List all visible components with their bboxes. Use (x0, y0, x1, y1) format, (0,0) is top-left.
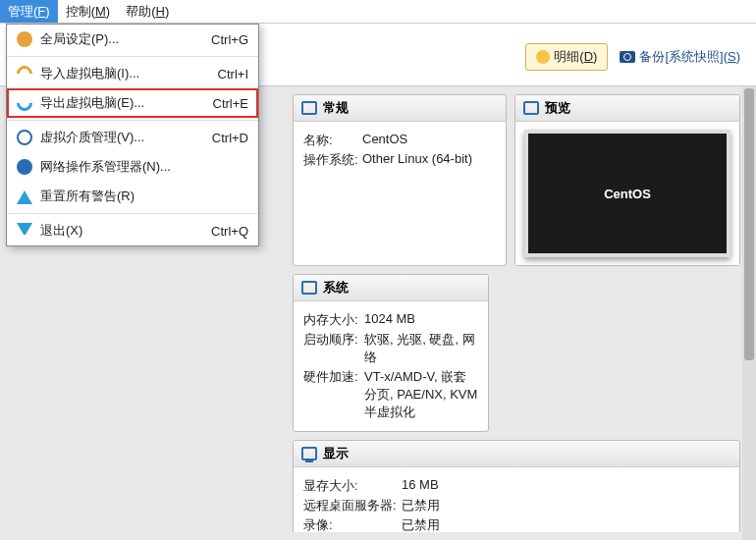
camera-icon (620, 51, 635, 63)
acc-value: VT-x/AMD-V, 嵌套分页, PAE/NX, KVM 半虚拟化 (364, 368, 478, 421)
scrollbar[interactable] (742, 86, 756, 540)
monitor-icon (301, 101, 317, 115)
menu-item-3[interactable]: 导出虚拟电脑(E)...Ctrl+E (7, 88, 258, 118)
general-title: 常规 (323, 99, 349, 117)
display-title: 显示 (323, 445, 349, 462)
net-icon (17, 159, 32, 175)
menu-file[interactable]: 管理(F) (0, 0, 58, 23)
snapshot-button[interactable]: 备份[系统快照](S) (620, 48, 740, 66)
preview-panel: 预览 CentOS (514, 94, 740, 266)
chip-icon (301, 281, 317, 295)
menu-item-2[interactable]: 导入虚拟电脑(I)...Ctrl+I (7, 59, 258, 88)
os-value: Other Linux (64-bit) (362, 151, 496, 169)
file-menu-dropdown: 全局设定(P)...Ctrl+G导入虚拟电脑(I)...Ctrl+I导出虚拟电脑… (6, 24, 259, 246)
display-icon (301, 447, 317, 460)
display-panel: 显示 显存大小:16 MB 远程桌面服务器:已禁用 录像:已禁用 (293, 440, 740, 532)
menu-item-label: 退出(X) (40, 222, 203, 240)
menu-item-9[interactable]: 退出(X)Ctrl+Q (7, 216, 258, 245)
gear-icon (17, 31, 32, 47)
menu-item-shortcut: Ctrl+Q (211, 224, 248, 239)
menu-item-7[interactable]: 重置所有警告(R) (7, 182, 258, 211)
menu-item-shortcut: Ctrl+G (211, 32, 248, 47)
menu-item-shortcut: Ctrl+I (218, 67, 248, 81)
rdp-label: 远程桌面服务器: (303, 497, 402, 514)
details-button[interactable]: 明细(D) (525, 43, 608, 71)
menu-item-label: 全局设定(P)... (40, 30, 203, 48)
preview-title: 预览 (545, 99, 570, 117)
menubar: 管理(F) 控制(M) 帮助(H) (0, 0, 756, 24)
arc2-icon (14, 92, 36, 115)
disc-icon (17, 130, 32, 145)
warn-icon (17, 189, 32, 204)
menu-item-0[interactable]: 全局设定(P)...Ctrl+G (7, 25, 258, 54)
menu-item-6[interactable]: 网络操作系管理器(N)... (7, 152, 258, 182)
menu-help[interactable]: 帮助(H) (118, 0, 177, 23)
monitor-icon (523, 101, 539, 115)
system-title: 系统 (323, 279, 349, 297)
acc-label: 硬件加速: (303, 368, 364, 421)
boot-label: 启动顺序: (303, 331, 364, 366)
arc-icon (14, 63, 36, 85)
mem-label: 内存大小: (303, 311, 364, 329)
details-icon (536, 50, 550, 64)
menu-item-label: 网络操作系管理器(N)... (40, 158, 241, 176)
name-value: CentOS (362, 132, 496, 149)
rec-label: 录像: (303, 516, 402, 532)
menu-item-shortcut: Ctrl+D (212, 131, 248, 145)
os-label: 操作系统: (303, 151, 362, 169)
rec-value: 已禁用 (402, 516, 729, 532)
menu-item-5[interactable]: 虚拟介质管理(V)...Ctrl+D (7, 123, 258, 152)
preview-screen: CentOS (524, 130, 730, 257)
menu-item-label: 虚拟介质管理(V)... (40, 129, 204, 146)
menu-item-label: 导出虚拟电脑(E)... (40, 94, 205, 112)
mem-value: 1024 MB (364, 311, 478, 329)
menu-item-label: 导入虚拟电脑(I)... (40, 65, 210, 82)
menu-control[interactable]: 控制(M) (58, 0, 119, 23)
system-panel: 系统 内存大小:1024 MB 启动顺序:软驱, 光驱, 硬盘, 网络 硬件加速… (293, 274, 489, 432)
general-panel: 常规 名称:CentOS 操作系统:Other Linux (64-bit) (293, 94, 507, 266)
menu-item-label: 重置所有警告(R) (40, 188, 241, 205)
name-label: 名称: (303, 132, 362, 149)
scrollbar-thumb[interactable] (744, 88, 754, 360)
exit-icon (17, 223, 32, 239)
rdp-value: 已禁用 (402, 497, 729, 514)
boot-value: 软驱, 光驱, 硬盘, 网络 (364, 331, 478, 366)
vram-label: 显存大小: (303, 477, 402, 495)
vram-value: 16 MB (402, 477, 729, 495)
menu-item-shortcut: Ctrl+E (213, 96, 248, 111)
